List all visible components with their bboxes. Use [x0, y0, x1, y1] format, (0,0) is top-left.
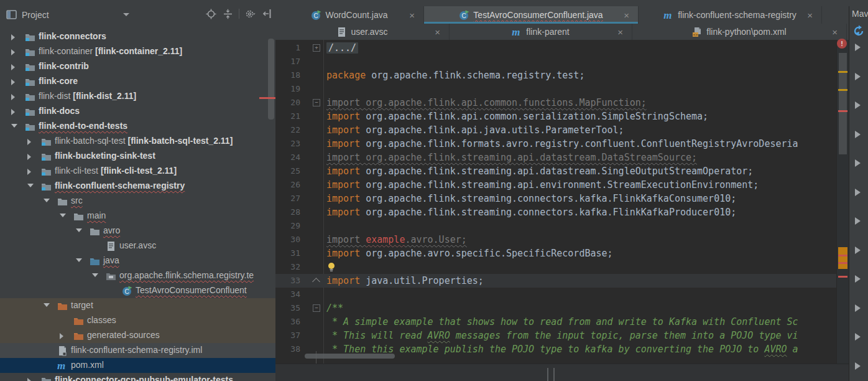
code-line[interactable]: 24import org.apache.flink.streaming.api.…	[275, 151, 836, 164]
chevron-expanded-icon[interactable]	[76, 258, 82, 262]
code-line[interactable]: 23import org.apache.flink.formats.avro.r…	[275, 137, 836, 151]
code-line[interactable]: 33import java.util.Properties;	[275, 274, 836, 288]
stripe-mark[interactable]	[838, 110, 847, 112]
code-line[interactable]: 22import org.apache.flink.api.java.utils…	[275, 123, 836, 137]
chevron-collapsed-icon[interactable]	[11, 64, 15, 70]
tree-item[interactable]: flink-end-to-end-tests	[0, 119, 275, 134]
settings-gear-icon[interactable]	[245, 8, 256, 19]
chevron-collapsed-icon[interactable]	[11, 109, 15, 115]
collapse-all-icon[interactable]	[222, 8, 233, 19]
maven-tree-chevron-icon[interactable]	[855, 362, 861, 370]
chevron-down-icon[interactable]	[123, 13, 129, 16]
tree-item[interactable]: avro	[0, 223, 275, 238]
stripe-mark[interactable]	[838, 264, 847, 269]
editor-tab[interactable]: CTestAvroConsumerConfluent.java×	[424, 6, 639, 24]
stripe-mark[interactable]	[838, 89, 847, 91]
close-icon[interactable]: ×	[435, 27, 440, 37]
chevron-collapsed-icon[interactable]	[27, 154, 31, 160]
code-line[interactable]: 37 * This will read AVRO messages from t…	[275, 329, 836, 342]
code-line[interactable]: 28import org.apache.flink.streaming.conn…	[275, 205, 836, 219]
tree-item[interactable]: classes	[0, 313, 275, 328]
maven-tree-chevron-icon[interactable]	[855, 101, 861, 109]
tree-item[interactable]: org.apache.flink.schema.registry.te	[0, 268, 275, 283]
maven-refresh-icon[interactable]	[852, 25, 865, 37]
code-line[interactable]: 19	[275, 82, 836, 96]
code-editor[interactable]: 1+/.../1718package org.apache.flink.sche…	[275, 40, 836, 364]
maven-tree-chevron-icon[interactable]	[855, 247, 861, 254]
tree-item[interactable]: flink-connectors	[0, 29, 275, 44]
chevron-expanded-icon[interactable]	[60, 214, 66, 217]
code-line[interactable]: 29	[275, 219, 836, 233]
tree-item[interactable]: flink-container [flink-container_2.11]	[0, 44, 275, 59]
editor-tab[interactable]: mflink-confluent-schema-registry×	[639, 6, 822, 24]
chevron-collapsed-icon[interactable]	[11, 79, 15, 85]
close-icon[interactable]: ×	[832, 27, 838, 37]
splitter-handle[interactable]	[547, 368, 548, 381]
code-line[interactable]: 26import org.apache.flink.streaming.api.…	[275, 178, 836, 192]
code-line[interactable]: 20−import org.apache.flink.api.common.fu…	[275, 96, 836, 110]
close-icon[interactable]: ×	[617, 27, 623, 37]
editor-tab[interactable]: user.avsc×	[275, 24, 450, 40]
maven-tree-chevron-icon[interactable]	[855, 131, 861, 138]
chevron-expanded-icon[interactable]	[92, 273, 98, 277]
code-line[interactable]: 32	[275, 260, 836, 274]
tree-item[interactable]: java	[0, 253, 275, 268]
horizontal-scrollbar[interactable]	[305, 354, 395, 359]
code-line[interactable]: 1+/.../	[275, 41, 836, 55]
code-line[interactable]: 27import org.apache.flink.streaming.conn…	[275, 192, 836, 205]
tree-item[interactable]: flink-core	[0, 74, 275, 89]
tree-item[interactable]: generated-sources	[0, 328, 275, 343]
tree-item[interactable]: flink-bucketing-sink-test	[0, 149, 275, 164]
chevron-collapsed-icon[interactable]	[60, 333, 63, 339]
fold-expand-icon[interactable]: +	[313, 44, 320, 52]
tree-item[interactable]: main	[0, 209, 275, 223]
stripe-mark[interactable]	[838, 256, 847, 262]
chevron-expanded-icon[interactable]	[76, 228, 82, 232]
code-line[interactable]: 30import example.avro.User;	[275, 233, 836, 247]
maven-tree-chevron-icon[interactable]	[855, 275, 861, 283]
stripe-mark[interactable]	[838, 276, 847, 278]
code-line[interactable]: 34	[275, 288, 836, 301]
tree-item[interactable]: user.avsc	[0, 238, 275, 253]
vertical-scrollbar[interactable]	[839, 53, 847, 154]
splitter-handle[interactable]	[553, 368, 555, 381]
chevron-collapsed-icon[interactable]	[27, 139, 31, 145]
fold-end-icon[interactable]	[312, 278, 320, 286]
maven-tree-chevron-icon[interactable]	[855, 304, 861, 312]
stripe-mark[interactable]	[838, 247, 847, 255]
tree-item[interactable]: flink-contrib	[0, 59, 275, 74]
fold-collapse-icon[interactable]: −	[313, 99, 320, 106]
maven-tree-chevron-icon[interactable]	[855, 44, 861, 51]
tree-item[interactable]: flink-batch-sql-test [flink-batch-sql-te…	[0, 134, 275, 149]
tree-item[interactable]: CTestAvroConsumerConfluent	[0, 283, 275, 298]
chevron-collapsed-icon[interactable]	[11, 34, 15, 40]
file-error-indicator[interactable]: !	[837, 39, 847, 49]
tree-item[interactable]: flink-cli-test [flink-cli-test_2.11]	[0, 164, 275, 179]
maven-tree-chevron-icon[interactable]	[855, 217, 861, 225]
intention-bulb-icon[interactable]	[328, 262, 335, 272]
chevron-collapsed-icon[interactable]	[11, 49, 15, 55]
code-line[interactable]: 18package org.apache.flink.schema.regist…	[275, 68, 836, 82]
chevron-expanded-icon[interactable]	[44, 303, 50, 307]
code-line[interactable]: 17	[275, 55, 836, 68]
editor-tab[interactable]: CWordCount.java×	[275, 6, 424, 24]
maven-tree-chevron-icon[interactable]	[855, 159, 861, 167]
chevron-collapsed-icon[interactable]	[11, 94, 15, 100]
chevron-collapsed-icon[interactable]	[27, 169, 31, 175]
close-icon[interactable]: ×	[409, 11, 415, 20]
project-panel-title[interactable]: Project	[6, 10, 49, 20]
close-icon[interactable]: ×	[807, 11, 813, 20]
tree-item[interactable]: flink-confluent-schema-registry	[0, 179, 275, 194]
chevron-collapsed-icon[interactable]	[27, 378, 31, 381]
fold-collapse-icon[interactable]: −	[313, 304, 320, 312]
editor-tab[interactable]: mflink-parent×	[450, 24, 632, 40]
chevron-expanded-icon[interactable]	[27, 184, 34, 187]
tree-item[interactable]: target	[0, 298, 275, 313]
maven-tree-chevron-icon[interactable]	[855, 189, 861, 196]
stripe-mark[interactable]	[838, 71, 847, 73]
close-icon[interactable]: ×	[624, 11, 629, 20]
project-tree-scrollbar[interactable]	[268, 39, 274, 120]
editor-tab[interactable]: <>flink-python\pom.xml×	[632, 24, 847, 40]
locate-icon[interactable]	[205, 8, 216, 19]
chevron-expanded-icon[interactable]	[44, 199, 50, 202]
